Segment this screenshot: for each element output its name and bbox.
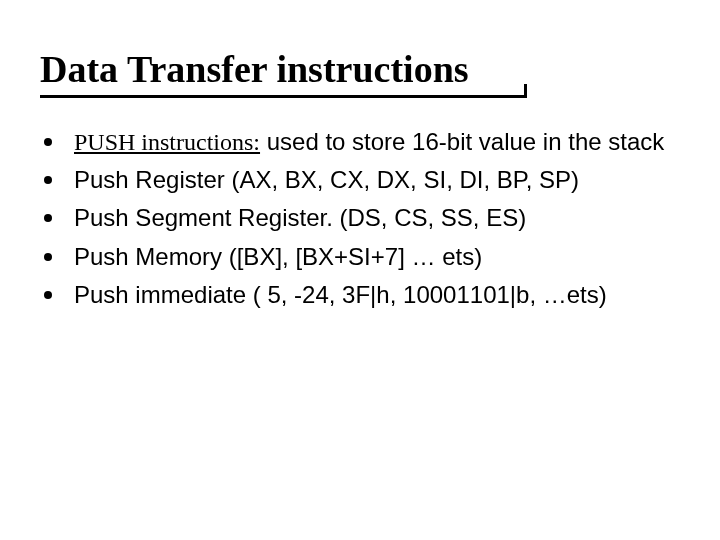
bullet-icon (44, 138, 52, 146)
bullet-text: PUSH instructions: used to store 16-bit … (74, 126, 680, 158)
slide: Data Transfer instructions PUSH instruct… (0, 0, 720, 540)
list-item: Push immediate ( 5, -24, 3F|h, 10001101|… (40, 279, 680, 311)
list-item: Push Register (AX, BX, CX, DX, SI, DI, B… (40, 164, 680, 196)
slide-title-wrap: Data Transfer instructions (40, 48, 680, 98)
slide-title: Data Transfer instructions (40, 48, 680, 92)
bullet-icon (44, 253, 52, 261)
bullet-icon (44, 291, 52, 299)
bullet-icon (44, 214, 52, 222)
bullet-rest: used to store 16-bit value in the stack (260, 128, 664, 155)
bullet-text: Push Register (AX, BX, CX, DX, SI, DI, B… (74, 164, 680, 196)
list-item: PUSH instructions: used to store 16-bit … (40, 126, 680, 158)
title-underline-end-tick (524, 84, 527, 98)
bullet-list: PUSH instructions: used to store 16-bit … (40, 126, 680, 312)
bullet-icon (44, 176, 52, 184)
bullet-text: Push immediate ( 5, -24, 3F|h, 10001101|… (74, 279, 680, 311)
list-item: Push Segment Register. (DS, CS, SS, ES) (40, 202, 680, 234)
title-underline (40, 95, 524, 98)
bullet-text: Push Segment Register. (DS, CS, SS, ES) (74, 202, 680, 234)
bullet-lead: PUSH instructions: (74, 129, 260, 155)
bullet-text: Push Memory ([BX], [BX+SI+7] … ets) (74, 241, 680, 273)
list-item: Push Memory ([BX], [BX+SI+7] … ets) (40, 241, 680, 273)
